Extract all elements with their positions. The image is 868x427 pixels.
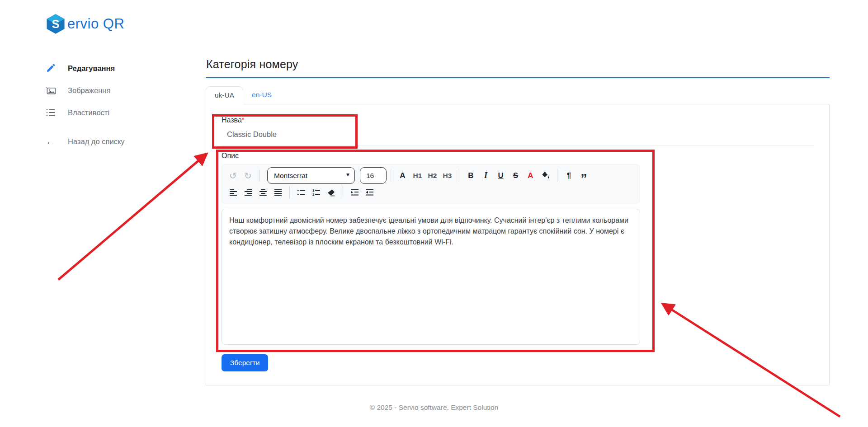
- name-label: Назва*: [222, 116, 244, 124]
- font-family-select[interactable]: Montserrat: [267, 167, 355, 184]
- unordered-list-button[interactable]: [294, 186, 309, 199]
- sidebar-item-label: Редагування: [68, 64, 115, 73]
- indent-button[interactable]: [347, 186, 362, 199]
- font-family-select-wrap: Montserrat: [267, 167, 355, 184]
- toolbar-row-2: 12: [226, 184, 636, 201]
- paragraph-button[interactable]: ¶: [561, 169, 576, 183]
- sidebar-back-label: Назад до списку: [68, 137, 125, 146]
- required-asterisk: *: [242, 116, 244, 123]
- heading3-button[interactable]: H3: [440, 169, 455, 183]
- italic-button[interactable]: I: [478, 169, 493, 183]
- toolbar-separator: [459, 169, 459, 182]
- save-button[interactable]: Зберегти: [222, 354, 268, 371]
- sidebar-item-images[interactable]: Зображення: [45, 84, 181, 97]
- sidebar: Редагування Зображення Властивості ← Наз…: [45, 61, 181, 157]
- undo-button[interactable]: ↺: [226, 169, 241, 183]
- svg-text:S: S: [52, 18, 60, 30]
- heading2-button[interactable]: H2: [425, 169, 440, 183]
- app-root: S ervio QR Редагування Зображення Власти…: [0, 0, 868, 427]
- outdent-button[interactable]: [362, 186, 377, 199]
- align-left-button[interactable]: [226, 186, 241, 199]
- heading1-button[interactable]: H1: [410, 169, 425, 183]
- align-justify-button[interactable]: [270, 186, 285, 199]
- toolbar-separator: [557, 169, 557, 182]
- main-content: Категорія номеру uk-UA en-US Назва* Опис…: [206, 58, 830, 385]
- ordered-list-button[interactable]: 12: [309, 186, 324, 199]
- toolbar-separator: [289, 186, 290, 198]
- sidebar-item-editing[interactable]: Редагування: [45, 61, 181, 75]
- toolbar-separator: [343, 186, 343, 198]
- pencil-icon: [45, 64, 56, 73]
- toolbar-row-1: ↺ ↻ Montserrat A H1 H2 H3: [226, 167, 636, 184]
- sidebar-back-to-list[interactable]: ← Назад до списку: [45, 135, 181, 148]
- tab-panel: Назва* Опис ↺ ↻ Montserrat: [206, 104, 830, 385]
- footer-copyright: © 2025 - Servio software. Expert Solutio…: [0, 404, 868, 412]
- sidebar-item-label: Властивості: [68, 108, 109, 117]
- fill-color-button[interactable]: [538, 169, 553, 183]
- outdent-icon: [365, 188, 374, 197]
- arrow-left-icon: ←: [45, 136, 56, 146]
- sidebar-item-properties[interactable]: Властивості: [45, 106, 181, 119]
- redo-button[interactable]: ↻: [241, 169, 255, 183]
- toolbar-separator: [391, 169, 391, 182]
- clear-format-button[interactable]: [324, 186, 339, 199]
- strikethrough-button[interactable]: S: [508, 169, 523, 183]
- editor-toolbar: ↺ ↻ Montserrat A H1 H2 H3: [222, 164, 640, 203]
- servio-qr-logo[interactable]: S ervio QR: [45, 14, 124, 34]
- indent-icon: [350, 188, 359, 197]
- numbered-list-icon: 12: [312, 188, 321, 197]
- description-label: Опис: [222, 152, 814, 160]
- tab-en-us[interactable]: en-US: [243, 86, 280, 104]
- title-divider: [206, 77, 830, 78]
- toolbar-separator: [259, 169, 260, 182]
- sidebar-item-label: Зображення: [68, 86, 110, 95]
- tab-uk-ua[interactable]: uk-UA: [206, 86, 243, 104]
- list-icon: [45, 108, 56, 117]
- align-right-icon: [244, 188, 252, 197]
- eraser-icon: [327, 188, 335, 197]
- name-field-group: Назва*: [222, 116, 814, 146]
- paint-bucket-icon: [541, 171, 550, 180]
- rich-text-editor: ↺ ↻ Montserrat A H1 H2 H3: [222, 164, 640, 345]
- align-right-button[interactable]: [241, 186, 255, 199]
- locale-tabs: uk-UA en-US: [206, 86, 830, 104]
- blockquote-button[interactable]: ”: [576, 169, 591, 183]
- underline-button[interactable]: U: [493, 169, 508, 183]
- image-icon: [45, 86, 56, 95]
- editor-content[interactable]: Наш комфортний двомісний номер забезпечу…: [222, 209, 640, 345]
- bold-button[interactable]: B: [463, 169, 478, 183]
- text-style-button[interactable]: A: [395, 169, 410, 183]
- align-center-icon: [259, 188, 267, 197]
- align-center-button[interactable]: [255, 186, 270, 199]
- text-color-button[interactable]: A: [523, 169, 538, 183]
- annotation-arrow-to-name-box: [58, 155, 206, 280]
- page-title: Категорія номеру: [206, 58, 830, 71]
- svg-text:2: 2: [312, 192, 315, 197]
- font-size-input[interactable]: [360, 167, 387, 184]
- align-justify-icon: [274, 188, 282, 197]
- servio-logo-icon: S: [45, 14, 66, 34]
- svg-text:1: 1: [312, 188, 315, 192]
- brand-text: ervio QR: [67, 16, 124, 32]
- bullet-list-icon: [297, 188, 306, 197]
- align-left-icon: [229, 188, 237, 197]
- name-input[interactable]: [222, 124, 813, 145]
